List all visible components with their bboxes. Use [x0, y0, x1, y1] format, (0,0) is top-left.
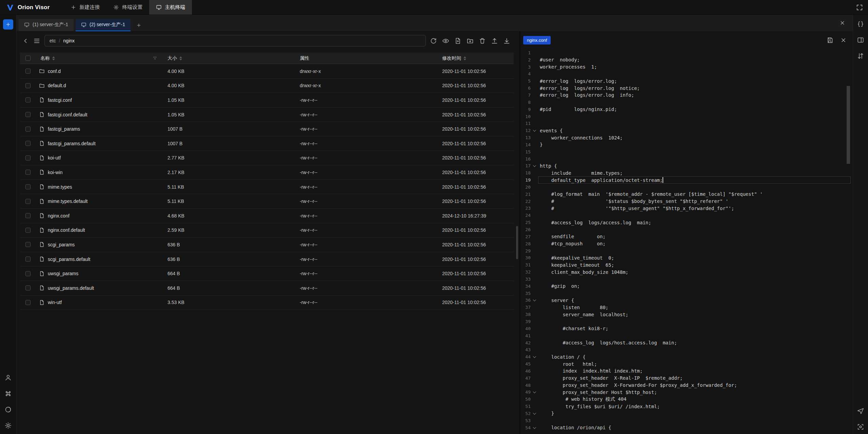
file-name[interactable]: mime.types.default [48, 199, 88, 204]
row-checkbox[interactable] [20, 69, 36, 74]
row-checkbox[interactable] [20, 170, 36, 175]
code-line[interactable]: 32 client_max_body_size 1048m; [520, 268, 853, 276]
nav-host-terminal[interactable]: 主机终端 [149, 0, 192, 15]
fold-chevron-icon[interactable] [531, 356, 538, 358]
code-line[interactable]: 44 location / { [520, 353, 853, 360]
file-name[interactable]: default.d [48, 83, 66, 88]
code-line[interactable]: 36 server { [520, 297, 853, 304]
code-line[interactable]: 26 [520, 226, 853, 233]
swap-icon[interactable] [856, 52, 865, 60]
filter-funnel-icon[interactable] [153, 56, 157, 61]
fullscreen-icon[interactable] [856, 4, 863, 11]
select-all-checkbox[interactable] [20, 56, 36, 61]
code-line[interactable]: 28 #tcp_nopush on; [520, 240, 853, 247]
gear-icon[interactable] [4, 421, 13, 430]
table-row[interactable]: fastcgi.conf1.05 KB-rw-r--r--2020-11-01 … [20, 93, 514, 108]
code-line[interactable]: 47 proxy_set_header X-Real-IP $remote_ad… [520, 375, 853, 382]
download-icon[interactable] [503, 37, 510, 44]
code-line[interactable]: 7#error_log logs/error.log info; [520, 92, 853, 99]
file-name[interactable]: uwsgi_params.default [48, 285, 94, 291]
code-line[interactable]: 43 [520, 346, 853, 353]
editor-file-tab[interactable]: nginx.conf [523, 36, 551, 44]
new-folder-icon[interactable] [467, 37, 474, 44]
row-checkbox[interactable] [20, 83, 36, 88]
code-line[interactable]: 27 sendfile on; [520, 233, 853, 240]
code-line[interactable]: 30 #keepalive_timeout 0; [520, 254, 853, 261]
code-line[interactable]: 19 default_type application/octet-stream… [520, 176, 853, 184]
file-name[interactable]: uwsgi_params [48, 271, 78, 276]
file-name[interactable]: fastcgi.conf [48, 97, 72, 103]
code-line[interactable]: 33 [520, 276, 853, 283]
code-line[interactable]: 39 [520, 318, 853, 325]
file-name[interactable]: scgi_params [48, 242, 75, 247]
file-name[interactable]: fastcgi_params.default [48, 141, 96, 146]
upload-icon[interactable] [491, 37, 498, 44]
nav-new-connection[interactable]: 新建连接 [64, 0, 106, 15]
code-line[interactable]: 23 # '"$http_user_agent" "$http_x_forwar… [520, 205, 853, 212]
table-row[interactable]: koi-win2.17 KB-rw-r--r--2020-11-01 10:02… [20, 165, 514, 180]
code-line[interactable]: 49 proxy_set_header Host $http_host; [520, 389, 853, 396]
code-line[interactable]: 6#error_log logs/error.log notice; [520, 84, 853, 92]
code-line[interactable]: 29 [520, 247, 853, 254]
table-row[interactable]: fastcgi.conf.default1.05 KB-rw-r--r--202… [20, 108, 514, 122]
fold-chevron-icon[interactable] [531, 165, 538, 167]
code-line[interactable]: 24 [520, 212, 853, 219]
table-row[interactable]: win-utf3.53 KB-rw-r--r--2020-11-01 10:02… [20, 296, 514, 310]
code-line[interactable]: 42 #access_log logs/host.access.log main… [520, 339, 853, 346]
code-line[interactable]: 52 } [520, 410, 853, 417]
code-line[interactable]: 10 [520, 113, 853, 120]
scan-icon[interactable] [856, 422, 865, 431]
code-line[interactable]: 45 root html; [520, 360, 853, 367]
file-name[interactable]: scgi_params.default [48, 257, 90, 262]
code-line[interactable]: 13 worker_connections 1024; [520, 134, 853, 141]
fold-chevron-icon[interactable] [531, 412, 538, 415]
list-view-icon[interactable] [33, 37, 40, 44]
file-name[interactable]: nginx.conf.default [48, 227, 85, 233]
code-line[interactable]: 40 #charset koi8-r; [520, 325, 853, 332]
table-row[interactable]: uwsgi_params.default664 B-rw-r--r--2020-… [20, 281, 514, 296]
path-segment[interactable]: etc [50, 38, 56, 43]
terminal-tab[interactable]: (2) server-生产-1 [76, 19, 131, 31]
close-editor-icon[interactable] [840, 37, 847, 43]
code-line[interactable]: 37 listen 80; [520, 304, 853, 311]
file-name[interactable]: nginx.conf [48, 213, 70, 219]
code-line[interactable]: 5#error_log logs/error.log; [520, 77, 853, 84]
nav-terminal-settings[interactable]: 终端设置 [106, 0, 149, 15]
code-editor[interactable]: 12#user nobody;3worker_processes 1;45#er… [520, 49, 853, 431]
code-line[interactable]: 34 #gzip on; [520, 283, 853, 290]
row-checkbox[interactable] [20, 228, 36, 233]
code-line[interactable]: 48 proxy_set_header X-Forwarded-For $pro… [520, 382, 853, 389]
code-line[interactable]: 25 #access_log logs/access.log main; [520, 219, 853, 226]
send-icon[interactable] [856, 407, 865, 415]
path-segment[interactable]: nginx [63, 38, 75, 43]
code-line[interactable]: 1 [520, 49, 853, 56]
code-line[interactable]: 22 # '$status $body_bytes_sent "$http_re… [520, 198, 853, 205]
code-line[interactable]: 11 [520, 120, 853, 127]
code-line[interactable]: 3worker_processes 1; [520, 63, 853, 71]
file-name[interactable]: win-utf [48, 300, 62, 305]
path-breadcrumb[interactable]: etc/nginx [44, 35, 426, 46]
file-name[interactable]: koi-utf [48, 155, 61, 161]
row-checkbox[interactable] [20, 97, 36, 102]
table-row[interactable]: fastcgi_params1007 B-rw-r--r--2020-11-01… [20, 122, 514, 136]
back-icon[interactable] [22, 37, 29, 44]
new-connection-button[interactable] [3, 19, 13, 30]
theme-icon[interactable] [4, 405, 13, 414]
table-row[interactable]: uwsgi_params664 B-rw-r--r--2020-11-01 10… [20, 266, 514, 281]
table-row[interactable]: default.d4.00 KBdrwxr-xr-x2020-11-01 10:… [20, 79, 514, 93]
code-line[interactable]: 8 [520, 99, 853, 106]
refresh-icon[interactable] [430, 37, 437, 44]
code-line[interactable]: 4 [520, 71, 853, 78]
braces-icon[interactable] [856, 20, 865, 29]
code-line[interactable]: 16 [520, 155, 853, 163]
row-checkbox[interactable] [20, 285, 36, 290]
file-name[interactable]: fastcgi_params [48, 126, 80, 132]
new-file-icon[interactable] [454, 37, 461, 44]
table-row[interactable]: conf.d4.00 KBdrwxr-xr-x2020-11-01 10:02:… [20, 64, 514, 79]
table-row[interactable]: nginx.conf.default2.59 KB-rw-r--r--2020-… [20, 223, 514, 238]
row-checkbox[interactable] [20, 300, 36, 305]
row-checkbox[interactable] [20, 199, 36, 204]
code-line[interactable]: 51 try_files $uri $uri/ /index.html; [520, 403, 853, 410]
fold-chevron-icon[interactable] [531, 299, 538, 301]
code-line[interactable]: 21 #log_format main '$remote_addr - $rem… [520, 191, 853, 198]
